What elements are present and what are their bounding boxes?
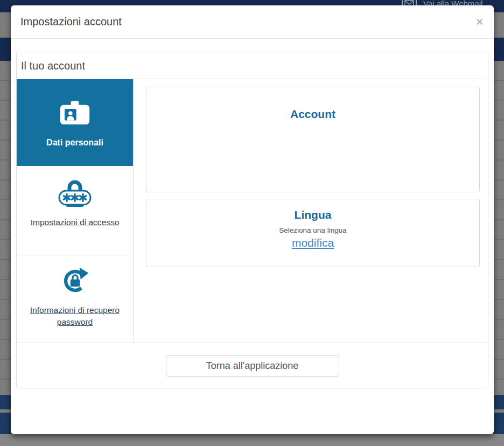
settings-content: Account Lingua Seleziona una lingua modi…: [134, 79, 488, 343]
tab-label: Dati personali: [17, 136, 133, 149]
account-panel: Il tuo account Dati personali: [16, 52, 488, 388]
tab-informazioni-di-recupero-password[interactable]: Informazioni di recupero password: [17, 255, 133, 342]
modifica-link[interactable]: modifica: [292, 236, 334, 249]
lingua-card: Lingua Seleziona una lingua modifica: [146, 199, 480, 267]
tab-label: Impostazioni di accesso: [17, 217, 133, 228]
lingua-card-title: Lingua: [146, 208, 479, 221]
close-icon[interactable]: ×: [475, 16, 484, 28]
modal-title: Impostazioni account: [20, 16, 475, 28]
id-badge-icon: [59, 101, 90, 130]
overlay-bottom: [0, 434, 504, 446]
lingua-card-subtitle: Seleziona una lingua: [146, 226, 479, 234]
tab-dati-personali[interactable]: Dati personali: [17, 79, 133, 166]
password-lock-icon: [58, 177, 92, 210]
panel-heading: Il tuo account: [17, 52, 488, 79]
settings-sidebar: Dati personali: [17, 79, 134, 343]
panel-footer: Torna all'applicazione: [17, 343, 488, 388]
modal-header: Impostazioni account ×: [11, 5, 494, 39]
lock-refresh-icon: [60, 266, 90, 298]
account-card: Account: [146, 87, 480, 192]
account-settings-modal: Impostazioni account × Il tuo account: [11, 5, 494, 434]
tab-impostazioni-di-accesso[interactable]: Impostazioni di accesso: [17, 166, 133, 255]
account-card-title: Account: [146, 108, 479, 121]
tab-label: Informazioni di recupero password: [17, 304, 133, 329]
panel-main: Dati personali: [17, 79, 488, 343]
back-to-application-button[interactable]: Torna all'applicazione: [166, 356, 339, 377]
